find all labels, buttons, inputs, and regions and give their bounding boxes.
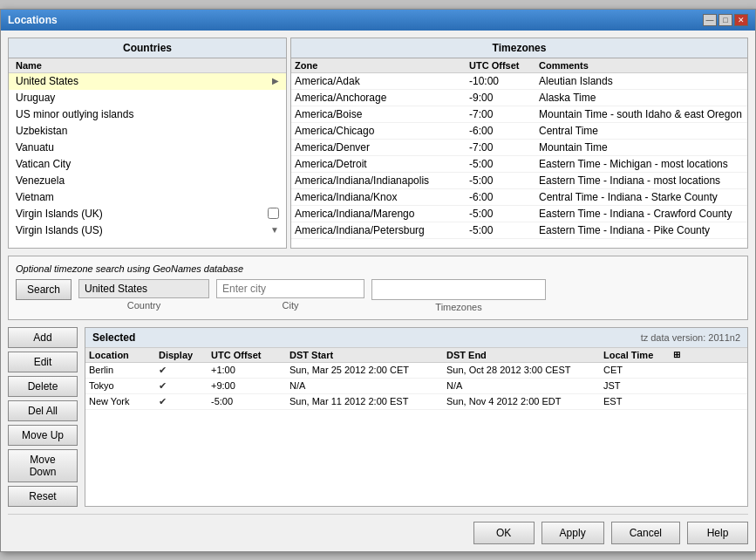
minimize-button[interactable]: —: [703, 14, 717, 26]
table-row[interactable]: Berlin ✔ +1:00 Sun, Mar 25 2012 2:00 CET…: [85, 363, 747, 379]
delete-button[interactable]: Delete: [8, 376, 78, 397]
list-item[interactable]: Virgin Islands (US) ▼: [9, 222, 286, 239]
list-item[interactable]: Vietnam: [9, 189, 286, 206]
timezones-panel: Timezones Zone UTC Offset Comments Ameri…: [290, 38, 748, 249]
geo-search-section: Optional timezone search using GeoNames …: [8, 256, 748, 320]
timezones-header: Timezones: [291, 38, 747, 58]
countries-header: Countries: [9, 38, 286, 58]
close-button[interactable]: ✕: [734, 14, 748, 26]
selected-title: Selected: [92, 331, 135, 344]
geo-controls: Search Country City Timezones: [16, 279, 740, 312]
list-item[interactable]: America/Indiana/Indianapolis -5:00 Easte…: [291, 173, 747, 189]
col-dst-start: DST Start: [289, 350, 446, 360]
col-display: Display: [159, 350, 211, 360]
countries-col-name: Name: [9, 58, 286, 73]
country-checkbox[interactable]: [268, 208, 279, 219]
col-dst-end: DST End: [446, 350, 603, 360]
list-item[interactable]: America/Indiana/Petersburg -5:00 Eastern…: [291, 222, 747, 239]
search-button[interactable]: Search: [16, 279, 72, 300]
help-button[interactable]: Help: [687, 522, 748, 544]
list-item[interactable]: Virgin Islands (UK): [9, 206, 286, 222]
city-input[interactable]: [216, 279, 364, 298]
ok-button[interactable]: OK: [473, 522, 535, 544]
table-row[interactable]: Tokyo ✔ +9:00 N/A N/A JST: [85, 379, 747, 394]
maximize-button[interactable]: □: [719, 14, 732, 26]
list-item[interactable]: United States ▶: [9, 73, 286, 90]
apply-button[interactable]: Apply: [541, 522, 604, 544]
add-button[interactable]: Add: [8, 327, 78, 348]
cancel-button[interactable]: Cancel: [611, 522, 680, 544]
move-down-button[interactable]: Move Down: [8, 449, 78, 482]
arrow-icon: ▶: [272, 76, 279, 85]
edit-button[interactable]: Edit: [8, 352, 78, 372]
locations-dialog: Locations — □ ✕ Countries Name United St…: [0, 9, 756, 552]
list-item[interactable]: America/Boise -7:00 Mountain Time - sout…: [291, 106, 747, 123]
col-location: Location: [89, 350, 159, 360]
country-label: Country: [78, 300, 209, 311]
bottom-section: Add Edit Delete Del All Move Up Move Dow…: [8, 327, 748, 507]
list-item[interactable]: America/Adak -10:00 Aleutian Islands: [291, 73, 747, 90]
list-item[interactable]: America/Detroit -5:00 Eastern Time - Mic…: [291, 156, 747, 173]
list-item[interactable]: Vatican City: [9, 156, 286, 173]
top-panels: Countries Name United States ▶ Uruguay U…: [8, 38, 748, 249]
geo-search-title: Optional timezone search using GeoNames …: [16, 263, 740, 274]
window-title: Locations: [8, 14, 58, 26]
tz-col-zone: Zone: [295, 60, 469, 71]
arrow-icon: ▼: [270, 225, 279, 235]
tz-table-header: Zone UTC Offset Comments: [291, 58, 747, 73]
city-label: City: [216, 300, 364, 311]
list-item[interactable]: US minor outlying islands: [9, 106, 286, 123]
reset-button[interactable]: Reset: [8, 486, 78, 507]
tz-container: Zone UTC Offset Comments America/Adak -1…: [291, 58, 747, 248]
selected-panel-header: Selected tz data version: 2011n2: [85, 328, 747, 348]
list-item[interactable]: America/Anchorage -9:00 Alaska Time: [291, 90, 747, 106]
col-local-time: Local Time: [603, 350, 673, 360]
list-item[interactable]: America/Indiana/Marengo -5:00 Eastern Ti…: [291, 206, 747, 222]
dialog-buttons: OK Apply Cancel Help: [8, 514, 748, 544]
countries-panel: Countries Name United States ▶ Uruguay U…: [8, 38, 287, 249]
tz-result-box: [371, 279, 546, 300]
timezones-result-label: Timezones: [371, 302, 546, 312]
window-body: Countries Name United States ▶ Uruguay U…: [1, 31, 755, 551]
countries-list[interactable]: United States ▶ Uruguay US minor outlyin…: [9, 73, 286, 248]
tz-result-group: Timezones: [371, 279, 546, 312]
list-item[interactable]: America/Chicago -6:00 Central Time: [291, 123, 747, 140]
selected-table-body[interactable]: Berlin ✔ +1:00 Sun, Mar 25 2012 2:00 CET…: [85, 363, 747, 433]
list-item[interactable]: America/Denver -7:00 Mountain Time: [291, 140, 747, 156]
title-bar: Locations — □ ✕: [1, 10, 755, 31]
move-up-button[interactable]: Move Up: [8, 425, 78, 446]
timezone-list[interactable]: America/Adak -10:00 Aleutian Islands Ame…: [291, 73, 747, 248]
table-row[interactable]: New York ✔ -5:00 Sun, Mar 11 2012 2:00 E…: [85, 394, 747, 410]
expand-icon[interactable]: ⊞: [673, 350, 691, 360]
tz-content: Zone UTC Offset Comments America/Adak -1…: [291, 58, 747, 248]
del-all-button[interactable]: Del All: [8, 400, 78, 421]
list-item[interactable]: Venezuela: [9, 173, 286, 189]
list-item[interactable]: America/Indiana/Knox -6:00 Central Time …: [291, 189, 747, 206]
action-buttons: Add Edit Delete Del All Move Up Move Dow…: [8, 327, 78, 507]
country-field-group: Country: [78, 279, 209, 311]
list-item[interactable]: Uzbekistan: [9, 123, 286, 140]
selected-panel: Selected tz data version: 2011n2 Locatio…: [85, 327, 748, 507]
tz-col-comments: Comments: [539, 60, 744, 71]
city-field-group: City: [216, 279, 364, 311]
col-utc-offset: UTC Offset: [211, 350, 289, 360]
country-input[interactable]: [78, 279, 209, 298]
list-item[interactable]: Uruguay: [9, 90, 286, 106]
list-item[interactable]: Vanuatu: [9, 140, 286, 156]
window-controls: — □ ✕: [703, 14, 748, 26]
tz-version: tz data version: 2011n2: [641, 332, 740, 343]
tz-col-utc: UTC Offset: [469, 60, 539, 71]
selected-table-header: Location Display UTC Offset DST Start DS…: [85, 348, 747, 363]
